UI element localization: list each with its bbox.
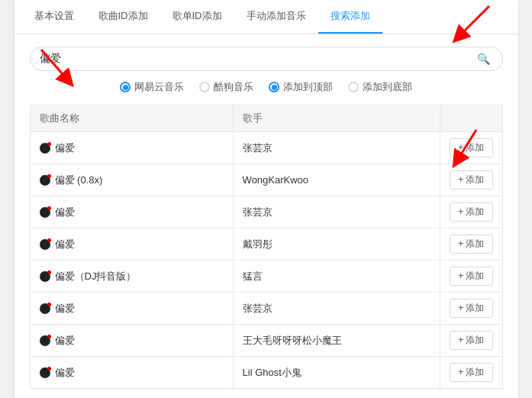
col-artist: 歌手 bbox=[233, 105, 440, 132]
add-button[interactable]: + 添加 bbox=[450, 202, 492, 222]
artist-cell: 戴羽彤 bbox=[233, 228, 440, 260]
song-name-cell: 偏爱 bbox=[30, 357, 233, 389]
radio-group: 网易云音乐 酷狗音乐 添加到顶部 添加到底部 bbox=[30, 80, 503, 94]
col-action bbox=[440, 105, 502, 132]
song-dot-icon bbox=[40, 239, 50, 250]
radio-add-top-circle bbox=[269, 82, 279, 92]
table-row: 偏爱 张芸京+ 添加 bbox=[30, 293, 502, 325]
song-name-cell: 偏爱 bbox=[30, 293, 233, 325]
song-name-cell: 偏爱 bbox=[30, 228, 233, 260]
song-name-cell: 偏爱 (0.8x) bbox=[30, 164, 233, 196]
artist-cell: 张芸京 bbox=[233, 132, 440, 164]
add-button[interactable]: + 添加 bbox=[450, 267, 492, 286]
tab-bar: 基本设置 歌曲ID添加 歌单ID添加 手动添加音乐 搜索添加 bbox=[15, 0, 518, 34]
radio-netease[interactable]: 网易云音乐 bbox=[120, 80, 184, 94]
radio-add-top[interactable]: 添加到顶部 bbox=[269, 80, 333, 94]
action-cell: + 添加 bbox=[440, 260, 502, 293]
main-container: 基本设置 歌曲ID添加 歌单ID添加 手动添加音乐 搜索添加 bbox=[15, 0, 518, 398]
content-area: 🔍 网易云音乐 酷狗音乐 添加到顶部 添加到底部 bbox=[15, 34, 518, 398]
song-dot-icon bbox=[40, 143, 50, 154]
radio-kugou[interactable]: 酷狗音乐 bbox=[199, 80, 253, 94]
table-row: 偏爱 张芸京+ 添加 bbox=[30, 196, 502, 228]
song-name-text: 偏爱 bbox=[55, 141, 75, 155]
song-dot-icon bbox=[40, 367, 50, 378]
tab-playlist-id-add[interactable]: 歌单ID添加 bbox=[160, 0, 234, 34]
table-row: 偏爱 王大毛呀呀呀松小魔王+ 添加 bbox=[30, 325, 502, 357]
artist-cell: 王大毛呀呀呀松小魔王 bbox=[233, 325, 440, 357]
radio-netease-label: 网易云音乐 bbox=[134, 80, 184, 94]
artist-cell: Lil Ghost小鬼 bbox=[233, 357, 440, 389]
add-button[interactable]: + 添加 bbox=[450, 363, 492, 382]
tab-manual-add[interactable]: 手动添加音乐 bbox=[234, 0, 318, 34]
song-name-cell: 偏爱 bbox=[30, 325, 233, 357]
action-cell: + 添加 bbox=[440, 196, 502, 228]
song-name-text: 偏爱 bbox=[55, 238, 75, 251]
search-bar: 🔍 bbox=[30, 47, 503, 71]
add-button[interactable]: + 添加 bbox=[450, 299, 492, 318]
action-cell: + 添加 bbox=[440, 228, 502, 260]
song-name-text: 偏爱 bbox=[55, 366, 75, 380]
action-cell: + 添加 bbox=[440, 164, 502, 196]
action-cell: + 添加 bbox=[440, 293, 502, 325]
song-name-text: 偏爱 bbox=[55, 302, 75, 315]
radio-add-bottom-label: 添加到底部 bbox=[363, 80, 412, 94]
song-dot-icon bbox=[40, 175, 50, 186]
search-button[interactable]: 🔍 bbox=[474, 51, 493, 66]
table-row: 偏爱（DJ抖音版） 猛言+ 添加 bbox=[30, 260, 502, 293]
artist-cell: 张芸京 bbox=[233, 196, 440, 228]
song-dot-icon bbox=[40, 303, 50, 314]
song-dot-icon bbox=[40, 335, 50, 346]
artist-cell: WongKarKwoo bbox=[233, 164, 440, 196]
song-name-cell: 偏爱 bbox=[30, 132, 233, 164]
add-button[interactable]: + 添加 bbox=[450, 138, 492, 157]
radio-add-top-label: 添加到顶部 bbox=[283, 80, 333, 94]
song-name-text: 偏爱（DJ抖音版） bbox=[55, 270, 137, 283]
song-dot-icon bbox=[40, 207, 50, 218]
song-table: 歌曲名称 歌手 偏爱 张芸京+ 添加 偏爱 (0.8x) WongKarKwoo… bbox=[30, 105, 503, 389]
song-name-text: 偏爱 bbox=[55, 205, 75, 219]
song-name-text: 偏爱 bbox=[55, 334, 75, 348]
add-button[interactable]: + 添加 bbox=[450, 235, 492, 254]
radio-kugou-circle bbox=[199, 82, 210, 92]
radio-netease-circle bbox=[120, 82, 131, 92]
col-song-name: 歌曲名称 bbox=[30, 105, 233, 132]
song-name-cell: 偏爱 bbox=[30, 196, 233, 228]
table-row: 偏爱 张芸京+ 添加 bbox=[30, 132, 502, 164]
action-cell: + 添加 bbox=[440, 132, 502, 164]
table-row: 偏爱 (0.8x) WongKarKwoo+ 添加 bbox=[30, 164, 502, 196]
action-cell: + 添加 bbox=[440, 357, 502, 389]
add-button[interactable]: + 添加 bbox=[450, 170, 492, 189]
song-dot-icon bbox=[40, 271, 50, 282]
table-header-row: 歌曲名称 歌手 bbox=[30, 105, 502, 132]
radio-kugou-label: 酷狗音乐 bbox=[214, 80, 253, 94]
artist-cell: 猛言 bbox=[233, 260, 440, 293]
song-name-text: 偏爱 (0.8x) bbox=[55, 173, 103, 187]
radio-add-bottom[interactable]: 添加到底部 bbox=[348, 80, 412, 94]
artist-cell: 张芸京 bbox=[233, 293, 440, 325]
table-row: 偏爱 戴羽彤+ 添加 bbox=[30, 228, 502, 260]
add-button[interactable]: + 添加 bbox=[450, 331, 492, 350]
song-name-cell: 偏爱（DJ抖音版） bbox=[30, 260, 233, 293]
search-input[interactable] bbox=[40, 53, 474, 65]
tab-basic-settings[interactable]: 基本设置 bbox=[22, 0, 86, 34]
radio-add-bottom-circle bbox=[348, 82, 359, 92]
table-row: 偏爱 Lil Ghost小鬼+ 添加 bbox=[30, 357, 502, 389]
action-cell: + 添加 bbox=[440, 325, 502, 357]
tab-song-id-add[interactable]: 歌曲ID添加 bbox=[86, 0, 160, 34]
tab-search-add[interactable]: 搜索添加 bbox=[318, 0, 382, 34]
